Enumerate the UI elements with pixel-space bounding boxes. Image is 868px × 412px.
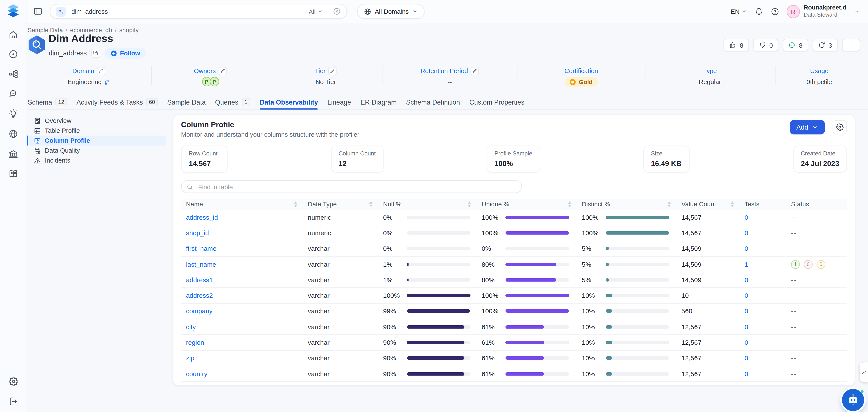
tab-schema[interactable]: Schema12 xyxy=(28,95,67,109)
rail-glossary-button[interactable] xyxy=(5,165,22,182)
search-scope-dropdown[interactable]: All xyxy=(309,8,323,15)
openmetadata-logo[interactable] xyxy=(6,4,21,20)
follow-button[interactable]: Follow xyxy=(104,47,146,59)
column-header-name[interactable]: Name xyxy=(181,198,303,210)
rail-home-button[interactable] xyxy=(5,26,22,43)
search-clear-icon[interactable] xyxy=(333,7,341,15)
tests-link[interactable]: 0 xyxy=(745,229,748,237)
column-header-value-count[interactable]: Value Count xyxy=(677,198,740,210)
column-name-link[interactable]: shop_id xyxy=(186,229,209,237)
rail-settings-button[interactable] xyxy=(5,373,22,389)
table-search-box[interactable] xyxy=(181,181,522,193)
rail-lineage-button[interactable] xyxy=(5,66,22,82)
tab-activity-feeds-tasks[interactable]: Activity Feeds & Tasks60 xyxy=(76,95,158,109)
sort-icon[interactable] xyxy=(568,201,571,207)
right-edge-widget[interactable] xyxy=(860,362,868,382)
meta-label-usage[interactable]: Usage xyxy=(810,67,828,74)
sort-icon[interactable] xyxy=(369,201,373,207)
notifications-button[interactable] xyxy=(754,7,764,16)
sort-icon[interactable] xyxy=(294,201,297,207)
tests-link[interactable]: 1 xyxy=(745,260,748,268)
meta-label-type[interactable]: Type xyxy=(703,67,717,74)
sidebar-item-column-profile[interactable]: Column Profile xyxy=(27,136,166,146)
tests-link[interactable]: 0 xyxy=(745,307,748,315)
column-name-link[interactable]: company xyxy=(186,307,213,315)
tab-lineage[interactable]: Lineage xyxy=(328,95,351,109)
user-menu[interactable]: R Rounakpreet.d Data Steward xyxy=(787,4,846,19)
owner-avatar[interactable]: P xyxy=(210,77,219,87)
meta-label-tier[interactable]: Tier xyxy=(315,67,326,74)
rail-domains-button[interactable] xyxy=(5,126,22,142)
edit-owners-button[interactable] xyxy=(218,67,227,75)
tests-link[interactable]: 0 xyxy=(745,370,748,378)
column-name-link[interactable]: zip xyxy=(186,354,194,362)
find-in-table-input[interactable] xyxy=(197,183,517,191)
sidebar-item-overview[interactable]: Overview xyxy=(27,116,166,125)
global-search-bar[interactable]: All xyxy=(50,4,347,19)
tests-link[interactable]: 0 xyxy=(745,245,748,252)
column-header-distinct[interactable]: Distinct % xyxy=(577,198,677,210)
column-name-link[interactable]: first_name xyxy=(186,245,216,252)
rail-explore-button[interactable] xyxy=(5,46,22,63)
meta-label-retention-period[interactable]: Retention Period xyxy=(421,67,468,74)
tab-er-diagram[interactable]: ER Diagram xyxy=(361,95,397,109)
meta-value-icon[interactable] xyxy=(104,79,110,85)
language-selector[interactable]: EN xyxy=(731,8,747,15)
column-name-link[interactable]: city xyxy=(186,323,196,331)
rail-insights-button[interactable] xyxy=(5,106,22,122)
rail-logout-button[interactable] xyxy=(5,393,22,409)
sort-icon[interactable] xyxy=(468,201,471,207)
tests-link[interactable]: 0 xyxy=(745,339,748,346)
downvote-button[interactable]: 0 xyxy=(753,39,778,52)
quality-score-button[interactable]: 8 xyxy=(783,39,808,52)
sort-icon[interactable] xyxy=(668,201,671,207)
domain-selector[interactable]: All Domains xyxy=(357,4,425,19)
meta-label-certification[interactable]: Certification xyxy=(564,67,598,74)
breadcrumb-item-sample-data[interactable]: Sample Data xyxy=(28,27,63,33)
versions-button[interactable]: 3 xyxy=(812,39,838,52)
upvote-button[interactable]: 8 xyxy=(724,39,749,52)
tests-link[interactable]: 0 xyxy=(745,276,748,284)
help-button[interactable] xyxy=(771,7,779,16)
user-menu-chevron-icon[interactable] xyxy=(854,8,860,15)
tests-link[interactable]: 0 xyxy=(745,292,748,299)
column-name-link[interactable]: address1 xyxy=(186,276,213,284)
status-badges: 100 xyxy=(791,260,825,268)
column-header-null[interactable]: Null % xyxy=(378,198,477,210)
sidebar-item-incidents[interactable]: Incidents xyxy=(27,155,166,165)
tests-link[interactable]: 0 xyxy=(745,214,748,221)
tests-link[interactable]: 0 xyxy=(745,354,748,362)
ai-chatbot-button[interactable] xyxy=(842,389,864,411)
column-name-link[interactable]: address_id xyxy=(186,214,218,221)
add-button[interactable]: Add xyxy=(790,120,825,134)
profiler-settings-button[interactable] xyxy=(833,120,847,134)
more-actions-button[interactable] xyxy=(842,39,860,52)
tab-schema-definition[interactable]: Schema Definition xyxy=(406,95,460,109)
tab-sample-data[interactable]: Sample Data xyxy=(167,95,206,109)
column-header-data-type[interactable]: Data Type xyxy=(303,198,378,210)
tab-queries[interactable]: Queries1 xyxy=(215,95,250,109)
search-input[interactable] xyxy=(70,7,304,15)
meta-label-owners[interactable]: Owners xyxy=(194,67,216,74)
rail-observability-button[interactable] xyxy=(5,86,22,102)
meta-label-domain[interactable]: Domain xyxy=(72,67,94,74)
tab-custom-properties[interactable]: Custom Properties xyxy=(469,95,524,109)
tests-link[interactable]: 0 xyxy=(745,323,748,331)
sidebar-item-data-quality[interactable]: Data Quality xyxy=(27,146,166,155)
sort-icon[interactable] xyxy=(731,201,734,207)
column-name-link[interactable]: region xyxy=(186,339,204,346)
sidebar-toggle-button[interactable] xyxy=(31,5,44,18)
column-name-link[interactable]: address2 xyxy=(186,292,213,299)
breadcrumb-item-shopify[interactable]: shopify xyxy=(119,27,138,33)
edit-tier-button[interactable] xyxy=(328,67,337,75)
breadcrumb-item-ecommerce-db[interactable]: ecommerce_db xyxy=(70,27,112,33)
sidebar-item-table-profile[interactable]: Table Profile xyxy=(27,126,166,136)
column-header-unique[interactable]: Unique % xyxy=(477,198,577,210)
tab-data-observability[interactable]: Data Observability xyxy=(260,95,318,109)
column-name-link[interactable]: country xyxy=(186,370,207,378)
column-name-link[interactable]: last_name xyxy=(186,260,216,268)
edit-domain-button[interactable] xyxy=(97,67,105,75)
copy-name-button[interactable] xyxy=(91,49,100,58)
edit-retention-period-button[interactable] xyxy=(471,67,479,75)
rail-govern-button[interactable] xyxy=(5,146,22,162)
